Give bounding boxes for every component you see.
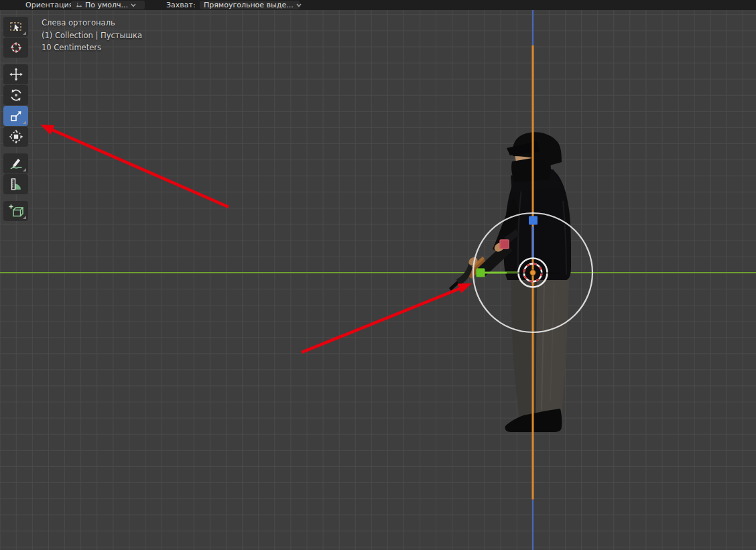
tool-settings-header: Ориентация: По умолч... Захват: Прямоуго… [0, 0, 756, 10]
annotate-icon [9, 156, 23, 171]
move-icon [9, 67, 23, 82]
rotate-icon [9, 88, 23, 102]
tool-cursor[interactable] [3, 38, 28, 58]
tool-rotate[interactable] [3, 85, 28, 105]
annotation-arrow-to-scale-tool [51, 129, 229, 207]
chevron-down-icon [296, 3, 302, 7]
snap-dropdown[interactable]: Прямоугольное выде... [200, 1, 300, 9]
annotation-arrowhead [40, 125, 54, 135]
snap-label: Захват: [166, 1, 196, 9]
viewport-overlay-text: Слева ортогональ (1) Collection | Пустыш… [42, 17, 142, 54]
tool-transform[interactable] [3, 127, 28, 147]
collection-label: (1) Collection | Пустышка [42, 29, 142, 42]
tool-annotate[interactable] [3, 153, 28, 174]
annotation-arrows [40, 125, 472, 352]
snap-value: Прямоугольное выде... [204, 1, 294, 9]
transform-orientation-icon [75, 1, 82, 9]
annotation-arrow-to-green-handle [302, 288, 461, 352]
tool-select-box[interactable] [3, 17, 28, 37]
gizmo-x-scale-handle[interactable] [500, 240, 509, 249]
box-select-icon [9, 19, 23, 34]
tool-move[interactable] [3, 64, 28, 84]
view-label: Слева ортогональ [42, 17, 142, 29]
measure-icon [9, 177, 23, 192]
transform-icon [9, 129, 23, 144]
tool-measure[interactable] [3, 174, 28, 194]
orientation-value: По умолч... [85, 1, 128, 9]
scale-icon [9, 109, 23, 123]
tool-add-cube[interactable] [3, 201, 28, 221]
tool-toolbar [3, 17, 29, 222]
empty-origin-dot [530, 270, 536, 275]
annotation-arrowhead [458, 283, 472, 293]
grid-scale-label: 10 Centimeters [42, 42, 142, 54]
tool-scale[interactable] [3, 106, 28, 126]
chevron-down-icon [131, 3, 136, 7]
character-model[interactable] [449, 132, 571, 432]
add-cube-icon [9, 204, 23, 218]
gizmo-z-scale-handle[interactable] [529, 216, 538, 225]
orientation-dropdown[interactable]: По умолч... [71, 1, 145, 9]
orientation-label: Ориентация: [25, 1, 76, 9]
cursor-tool-icon [9, 40, 23, 55]
viewport-scene [0, 0, 756, 550]
gizmo-y-scale-handle[interactable] [477, 269, 485, 277]
